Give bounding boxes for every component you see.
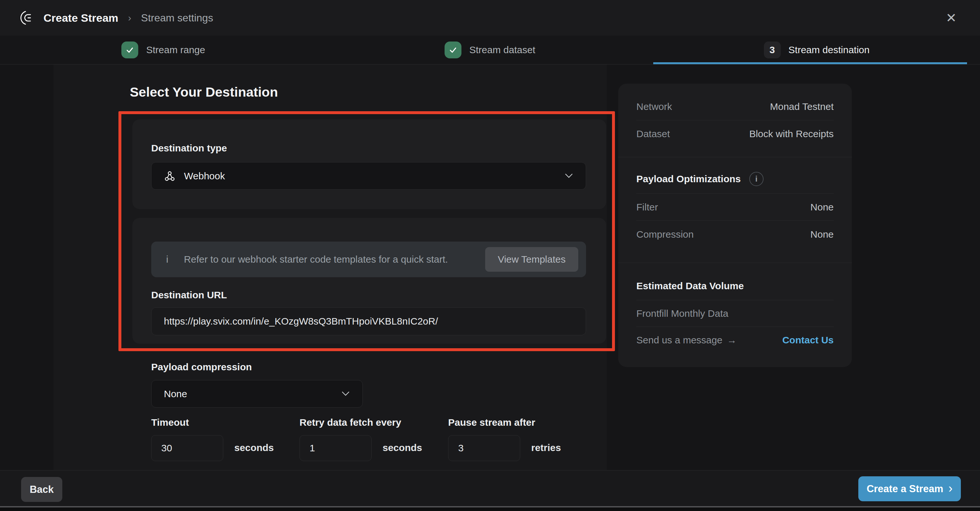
retry-label: Retry data fetch every [299, 417, 401, 428]
filter-value: None [810, 202, 834, 213]
network-value: Monad Testnet [770, 101, 834, 112]
step-label: Stream range [146, 44, 205, 56]
pause-unit: retries [531, 442, 561, 453]
stream-summary-panel: Network Monad Testnet Dataset Block with… [618, 84, 852, 367]
summary-row-compression: Compression None [636, 221, 834, 248]
dataset-label: Dataset [636, 129, 670, 140]
filter-label: Filter [636, 202, 658, 213]
contact-message-label: Send us a message [636, 335, 722, 346]
active-step-underline [653, 62, 967, 64]
banner-text: Refer to our webhook starter code templa… [184, 254, 448, 265]
close-icon[interactable]: ✕ [946, 11, 957, 24]
summary-row-frontfill: Frontfill Monthly Data [636, 300, 834, 327]
destination-url-input[interactable] [151, 307, 586, 335]
info-icon[interactable]: i [749, 172, 764, 186]
step-stream-destination[interactable]: 3 Stream destination [653, 36, 980, 64]
arrow-right-icon: → [727, 335, 737, 346]
footer-bar: Back Create a Stream › [0, 470, 980, 506]
chevron-right-icon: › [948, 482, 953, 495]
chevron-down-icon [565, 173, 573, 178]
summary-row-contact: Send us a message → Contact Us [636, 327, 834, 354]
summary-row-filter: Filter None [636, 194, 834, 221]
destination-type-label: Destination type [151, 143, 227, 154]
check-icon [121, 41, 138, 59]
retry-unit: seconds [383, 442, 422, 453]
destination-type-select[interactable]: Webhook [151, 162, 586, 190]
summary-row-network: Network Monad Testnet [636, 94, 834, 120]
info-icon: i [166, 254, 169, 265]
timeout-field: Timeout seconds [151, 417, 223, 461]
back-button[interactable]: Back [21, 477, 62, 502]
webhook-icon [164, 170, 175, 182]
templates-info-banner: i Refer to our webhook starter code temp… [151, 241, 586, 277]
estimated-volume-heading: Estimated Data Volume [636, 281, 744, 292]
network-label: Network [636, 101, 672, 112]
pause-input[interactable] [448, 435, 520, 461]
timeout-label: Timeout [151, 417, 223, 428]
main-content: Select Your Destination Destination type… [54, 65, 607, 470]
timeout-input[interactable] [151, 435, 223, 461]
header: Create Stream › Stream settings ✕ [0, 0, 980, 36]
webhook-config-card: i Refer to our webhook starter code temp… [132, 218, 606, 344]
step-number-badge: 3 [764, 41, 781, 59]
retry-settings-row: Timeout seconds Retry data fetch every s… [151, 417, 586, 462]
frontfill-label: Frontfill Monthly Data [636, 308, 728, 319]
breadcrumb: Stream settings [141, 12, 213, 24]
payload-compression-value: None [164, 389, 187, 400]
check-icon [445, 41, 461, 59]
payload-optimizations-text: Payload Optimizations [636, 173, 741, 184]
retry-input[interactable] [299, 435, 372, 461]
create-stream-button[interactable]: Create a Stream › [858, 476, 961, 501]
step-stream-dataset[interactable]: Stream dataset [327, 36, 654, 64]
chevron-down-icon [342, 391, 350, 396]
payload-optimizations-heading: Payload Optimizations i [636, 172, 764, 186]
timeout-unit: seconds [234, 442, 274, 453]
compression-label: Compression [636, 229, 694, 240]
payload-compression-select[interactable]: None [151, 380, 363, 408]
summary-row-dataset: Dataset Block with Receipts [636, 120, 834, 147]
destination-url-label: Destination URL [151, 290, 227, 301]
breadcrumb-separator-icon: › [128, 12, 131, 23]
step-label: Stream dataset [469, 44, 535, 56]
destination-type-card: Destination type Webhook [132, 119, 606, 209]
app-logo-icon [19, 10, 35, 25]
payload-optimizations-heading-row: Payload Optimizations i [636, 157, 834, 194]
retry-field: Retry data fetch every seconds [299, 417, 401, 461]
section-heading: Select Your Destination [130, 85, 278, 100]
destination-type-value: Webhook [184, 171, 225, 182]
create-stream-modal: Create Stream › Stream settings ✕ Stream… [0, 0, 980, 511]
payload-compression-label: Payload compression [151, 362, 252, 373]
create-stream-label: Create a Stream [867, 483, 943, 495]
step-stream-range[interactable]: Stream range [0, 36, 327, 64]
contact-us-link[interactable]: Contact Us [783, 335, 834, 346]
view-templates-button[interactable]: View Templates [485, 247, 578, 272]
page-background-strip [0, 508, 980, 511]
pause-label: Pause stream after [448, 417, 535, 428]
page-title: Create Stream [43, 12, 118, 24]
pause-field: Pause stream after retries [448, 417, 535, 461]
estimated-volume-heading-row: Estimated Data Volume [636, 263, 834, 300]
compression-value: None [810, 229, 834, 240]
dataset-value: Block with Receipts [749, 129, 834, 140]
step-label: Stream destination [789, 44, 870, 56]
stepper: Stream range Stream dataset 3 Stream des… [0, 36, 980, 65]
